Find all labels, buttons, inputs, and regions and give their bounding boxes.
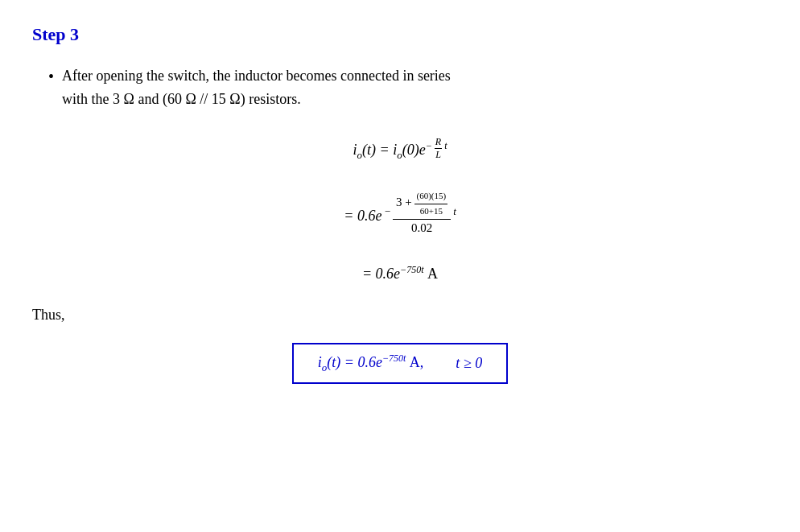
thus-section: Thus,	[32, 307, 768, 324]
eq1-text: io(t) = io(0)e−RLt	[353, 135, 447, 162]
bullet-dot: •	[48, 64, 54, 89]
equations-block: io(t) = io(0)e−RLt = 0.6e − 3 + (60)(15)…	[32, 135, 768, 283]
thus-text: Thus,	[32, 307, 65, 323]
final-rhs: t ≥ 0	[456, 355, 482, 372]
final-equation-box: io(t) = 0.6e−750t A, t ≥ 0	[32, 343, 768, 384]
bullet-line1: After opening the switch, the inductor b…	[62, 68, 451, 84]
eq2-text: = 0.6e − 3 + (60)(15) 60+15 0.02 t	[344, 190, 456, 235]
equation-3: = 0.6e−750t A	[362, 264, 438, 282]
bullet-text: After opening the switch, the inductor b…	[62, 64, 451, 111]
equation-1: io(t) = io(0)e−RLt	[353, 135, 447, 162]
bullet-item: • After opening the switch, the inductor…	[48, 64, 768, 111]
final-lhs: io(t) = 0.6e−750t A,	[318, 353, 424, 374]
bullet-line2: with the 3 Ω and (60 Ω // 15 Ω) resistor…	[62, 91, 301, 107]
bullet-section: • After opening the switch, the inductor…	[48, 64, 768, 111]
boxed-equation: io(t) = 0.6e−750t A, t ≥ 0	[292, 343, 509, 384]
equation-2: = 0.6e − 3 + (60)(15) 60+15 0.02 t	[344, 190, 456, 235]
eq3-text: = 0.6e−750t A	[362, 264, 438, 282]
step-heading: Step 3	[32, 24, 768, 45]
